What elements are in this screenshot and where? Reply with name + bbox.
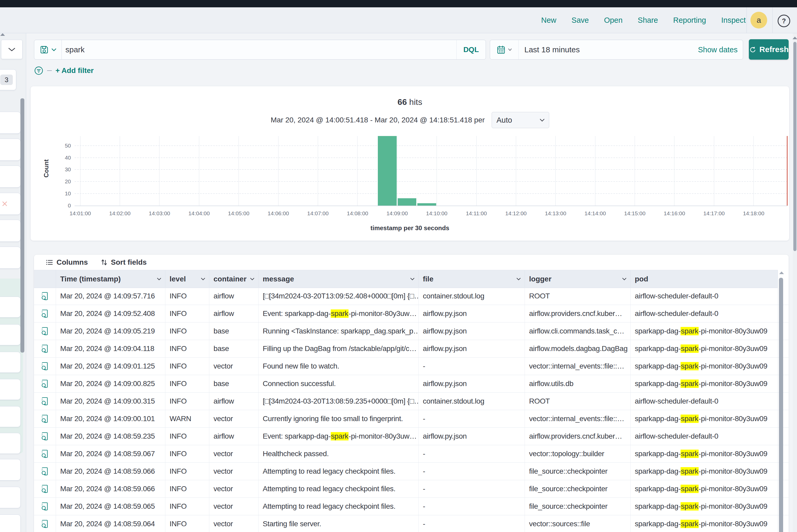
time-range-picker: Last 18 minutes Show dates bbox=[490, 40, 743, 60]
cell-time: Mar 20, 2024 @ 14:08:59.064 bbox=[56, 515, 165, 532]
highlighted-term: spark bbox=[681, 520, 698, 528]
column-header-label: Time (timestamp) bbox=[60, 275, 121, 283]
chevron-down-icon[interactable] bbox=[201, 277, 205, 281]
search-query-input[interactable]: spark bbox=[62, 45, 456, 54]
add-filter-button[interactable]: + Add filter bbox=[55, 66, 94, 75]
topnav-link-new[interactable]: New bbox=[541, 16, 556, 24]
refresh-label: Refresh bbox=[759, 45, 789, 54]
saved-query-menu-button[interactable] bbox=[34, 40, 62, 59]
inspect-document-icon bbox=[40, 396, 50, 406]
column-header-pod[interactable]: pod bbox=[631, 270, 778, 288]
column-header-expand[interactable] bbox=[34, 270, 56, 288]
expand-row-button[interactable] bbox=[34, 393, 56, 410]
interval-select[interactable]: Auto bbox=[492, 112, 549, 128]
cell-file: - bbox=[419, 445, 525, 462]
query-language-button[interactable]: DQL bbox=[456, 40, 486, 59]
cell-logger: ROOT bbox=[525, 287, 631, 305]
show-dates-button[interactable]: Show dates bbox=[698, 45, 743, 54]
field-button[interactable] bbox=[0, 139, 21, 160]
selected-field-button[interactable] bbox=[0, 433, 21, 454]
chevron-down-icon[interactable] bbox=[516, 277, 521, 281]
chevron-down-icon[interactable] bbox=[250, 277, 255, 281]
cell-message: Connection successful. bbox=[259, 375, 419, 392]
sort-fields-button[interactable]: Sort fields bbox=[100, 258, 147, 267]
cell-pod: sparkapp-dag-spark-pi-monitor-80y3uw09 bbox=[631, 498, 778, 515]
expand-row-button[interactable] bbox=[34, 515, 56, 532]
chevron-down-icon[interactable] bbox=[622, 277, 627, 281]
field-button[interactable] bbox=[0, 112, 21, 134]
column-header-logger[interactable]: logger bbox=[525, 270, 631, 288]
avatar[interactable]: a bbox=[750, 12, 767, 28]
remove-field-icon[interactable] bbox=[1, 201, 8, 207]
selected-field-button[interactable] bbox=[0, 297, 21, 318]
field-button[interactable] bbox=[0, 247, 21, 269]
sidebar-scroll-up-arrow[interactable] bbox=[0, 33, 5, 36]
table-scrollbar[interactable] bbox=[779, 278, 783, 532]
topnav-link-reporting[interactable]: Reporting bbox=[673, 16, 706, 24]
cell-time: Mar 20, 2024 @ 14:08:59.065 bbox=[56, 498, 165, 515]
expand-row-button[interactable] bbox=[34, 428, 56, 445]
refresh-button[interactable]: Refresh bbox=[749, 39, 789, 60]
expand-row-button[interactable] bbox=[34, 410, 56, 428]
column-header-container[interactable]: container bbox=[209, 270, 259, 288]
cell-level: INFO bbox=[165, 375, 209, 392]
sidebar-collapse-button[interactable] bbox=[1, 40, 22, 59]
field-button[interactable] bbox=[0, 487, 21, 508]
topnav-link-inspect[interactable]: Inspect bbox=[721, 16, 746, 24]
topnav-link-save[interactable]: Save bbox=[572, 16, 589, 24]
selected-field-button[interactable] bbox=[0, 406, 21, 427]
inspect-document-icon bbox=[40, 379, 50, 389]
selected-field-button[interactable] bbox=[0, 324, 21, 345]
calendar-icon bbox=[496, 45, 506, 55]
chevron-down-icon[interactable] bbox=[410, 277, 415, 281]
field-button[interactable] bbox=[0, 459, 21, 480]
expand-row-button[interactable] bbox=[34, 445, 56, 462]
table-scroll-up-arrow[interactable] bbox=[779, 271, 784, 277]
cell-level: WARN bbox=[165, 410, 209, 428]
field-button[interactable] bbox=[0, 514, 21, 532]
highlighted-term: spark bbox=[681, 327, 698, 335]
expand-row-button[interactable] bbox=[34, 340, 56, 357]
field-button[interactable] bbox=[0, 193, 21, 215]
sidebar-scrollbar[interactable] bbox=[20, 98, 24, 353]
expand-row-button[interactable] bbox=[34, 305, 56, 322]
filter-icon[interactable] bbox=[34, 66, 43, 75]
inspect-document-icon bbox=[40, 519, 50, 529]
column-header-message[interactable]: message bbox=[259, 270, 419, 288]
page-scroll-up-arrow[interactable] bbox=[793, 37, 797, 39]
topnav-link-share[interactable]: Share bbox=[638, 16, 658, 24]
column-header-Time (timestamp)[interactable]: Time (timestamp) bbox=[56, 270, 165, 288]
selected-field-button[interactable] bbox=[0, 352, 21, 373]
columns-button[interactable]: Columns bbox=[45, 258, 88, 267]
expand-row-button[interactable] bbox=[34, 323, 56, 340]
expand-row-button[interactable] bbox=[34, 463, 56, 480]
highlighted-term: spark bbox=[681, 380, 698, 388]
expand-row-button[interactable] bbox=[34, 480, 56, 497]
help-icon[interactable]: ? bbox=[778, 15, 790, 27]
selected-field-button[interactable] bbox=[0, 379, 21, 400]
cell-time: Mar 20, 2024 @ 14:08:59.067 bbox=[56, 445, 165, 462]
expand-row-button[interactable] bbox=[34, 358, 56, 375]
expand-row-button[interactable] bbox=[34, 498, 56, 515]
cell-logger: airflow.models.dagbag.DagBag bbox=[525, 340, 631, 357]
expand-row-button[interactable] bbox=[34, 287, 56, 305]
cell-time: Mar 20, 2024 @ 14:08:59.066 bbox=[56, 463, 165, 480]
inspect-document-icon bbox=[40, 501, 50, 511]
cell-file: - bbox=[419, 463, 525, 480]
page-scrollbar[interactable] bbox=[793, 42, 796, 251]
cell-file: airflow.py.json bbox=[419, 428, 525, 445]
table-row: Mar 20, 2024 @ 14:08:59.067INFOvectorHea… bbox=[34, 445, 789, 463]
chevron-down-icon[interactable] bbox=[157, 277, 162, 281]
cell-message: [□[34m2024-03-20T13:09:52.408+0000□[0m] … bbox=[259, 287, 419, 305]
field-button[interactable] bbox=[0, 166, 21, 188]
column-header-file[interactable]: file bbox=[419, 270, 525, 288]
column-header-level[interactable]: level bbox=[165, 270, 209, 288]
topnav-link-open[interactable]: Open bbox=[604, 16, 623, 24]
date-quick-select-button[interactable] bbox=[490, 40, 519, 59]
field-button[interactable] bbox=[0, 220, 21, 242]
time-range-value[interactable]: Last 18 minutes bbox=[519, 45, 698, 54]
inspect-document-icon bbox=[40, 291, 50, 301]
column-header-label: container bbox=[214, 275, 246, 283]
expand-row-button[interactable] bbox=[34, 375, 56, 392]
cell-logger: vector::topology::builder bbox=[525, 445, 631, 462]
